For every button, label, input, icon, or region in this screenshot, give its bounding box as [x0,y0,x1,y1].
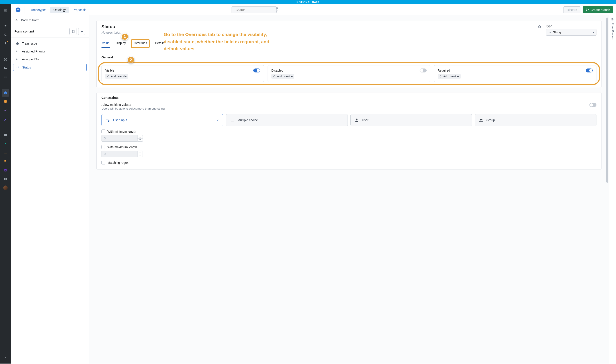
max-length-label: With maximum length [107,145,137,149]
svg-point-6 [6,77,7,78]
avatar[interactable] [2,184,9,191]
right-rail: Form Preview [609,15,616,364]
disabled-toggle[interactable] [420,68,427,72]
panel-layout-button[interactable] [69,28,77,35]
field-title: Status [102,24,533,29]
left-nav-rail: ? [0,4,11,364]
history-icon[interactable] [2,56,9,63]
help-icon[interactable]: ? [2,175,9,183]
min-length-label: With minimum length [107,130,136,133]
allow-multiple-label: Allow multiple values [102,103,164,106]
choice-multiple-choice[interactable]: Multiple choice [226,114,348,126]
tab-ontology[interactable]: Ontology [50,7,69,13]
section-general: General [97,52,601,63]
tab-details[interactable]: Details [154,39,165,48]
tab-overrides[interactable]: Overrides [132,39,149,48]
delete-button[interactable] [537,25,542,29]
max-length-input[interactable]: 0 [102,151,137,157]
type-select[interactable]: String ▾ [546,29,596,36]
form-item-assigned-priority[interactable]: Assigned Priority [13,48,87,55]
expand-icon[interactable] [2,354,9,361]
annotation-text: Go to the Overrides tab to change the vi… [164,31,273,52]
form-preview-label[interactable]: Form Preview [611,23,614,39]
visible-toggle[interactable] [253,68,260,72]
svg-point-19 [587,10,587,11]
menu-toggle-icon[interactable] [2,7,9,14]
form-item-assigned-to[interactable]: Assigned To [13,56,87,63]
svg-point-22 [356,118,357,120]
svg-point-8 [5,78,6,78]
svg-point-2 [5,76,6,76]
check-icon: ✓ [216,118,219,122]
notional-data-banner: NOTIONAL DATA [0,0,616,4]
max-length-down[interactable]: ▼ [137,154,143,157]
svg-point-4 [4,77,5,78]
add-field-button[interactable] [78,28,85,35]
override-disabled-card: Disabled Add override [268,65,430,82]
wand-icon[interactable] [2,116,9,123]
svg-point-24 [481,119,482,120]
min-length-down[interactable]: ▼ [137,139,143,142]
side-panel: Back to Form Form content Train Issue As… [11,15,89,364]
add-override-required[interactable]: Add override [438,74,461,78]
svg-point-7 [4,78,5,78]
override-visible-card: Visible Add override [102,65,264,82]
svg-point-1 [4,76,5,76]
cube-icon[interactable] [2,89,9,97]
database-icon[interactable] [2,98,9,105]
form-item-train-issue[interactable]: Train Issue [13,40,87,47]
user-icon [355,118,359,122]
allow-multiple-toggle[interactable] [589,103,596,107]
search-field[interactable] [236,8,274,12]
tab-display[interactable]: Display [115,39,126,48]
atom-icon[interactable] [2,166,9,174]
chart-icon[interactable] [2,107,9,114]
min-length-checkbox[interactable] [102,130,105,133]
group-icon [479,118,484,122]
svg-point-0 [4,34,6,36]
required-label: Required [438,69,450,72]
apps-grid-icon[interactable] [2,73,9,81]
choice-group[interactable]: Group [475,114,596,126]
svg-point-3 [6,76,7,76]
quote-icon [548,31,551,34]
add-override-disabled[interactable]: Add override [271,74,295,78]
svg-point-23 [480,119,481,120]
tab-proposals[interactable]: Proposals [70,7,89,13]
add-override-visible[interactable]: Add override [105,74,128,78]
quote-icon [16,58,20,61]
exchange-icon[interactable] [2,149,9,156]
scrollbar[interactable] [606,18,608,361]
svg-point-12 [4,169,7,170]
svg-rect-11 [4,134,7,136]
form-item-status[interactable]: Status [13,64,87,71]
create-branch-button[interactable]: Create branch [583,6,613,13]
flag-icon[interactable] [2,158,9,165]
choice-user[interactable]: User [350,114,472,126]
choice-user-input[interactable]: User input ✓ [102,114,223,126]
tab-value[interactable]: Value [102,39,110,48]
quote-icon [16,50,20,53]
form-preview-toggle[interactable] [611,18,615,21]
search-icon[interactable] [2,31,9,39]
max-length-checkbox[interactable] [102,145,105,149]
app-header: Archetypes Ontology Proposals ⌘ K Discar… [11,4,616,15]
folder-icon[interactable] [2,65,9,72]
back-to-form[interactable]: Back to Form [11,15,89,25]
min-length-up[interactable]: ▲ [137,135,143,139]
search-shortcut: ⌘ K [276,7,279,13]
min-length-input[interactable]: 0 [102,135,137,142]
form-content-title: Form content [14,30,34,33]
main-content: Status No description Type String [89,15,609,364]
notifications-icon[interactable] [2,40,9,47]
home-icon[interactable] [2,22,9,30]
required-toggle[interactable] [586,68,593,72]
tab-archetypes[interactable]: Archetypes [28,7,49,13]
svg-rect-21 [72,30,74,32]
briefcase-icon[interactable] [2,131,9,139]
transfer-icon[interactable] [2,140,9,147]
regex-checkbox[interactable] [102,161,105,164]
discard-button[interactable]: Discard [563,6,580,13]
max-length-up[interactable]: ▲ [137,151,143,154]
search-input[interactable]: ⌘ K [231,6,277,13]
